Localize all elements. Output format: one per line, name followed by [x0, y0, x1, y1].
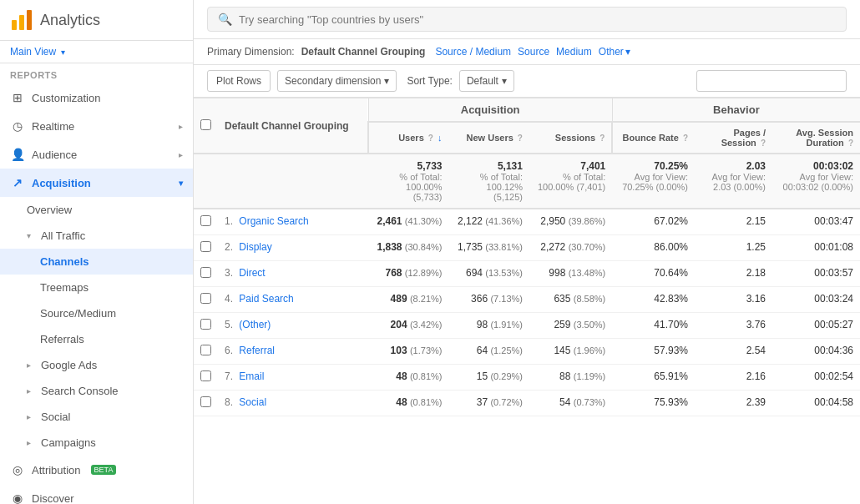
- sidebar-item-discover[interactable]: ◉ Discover: [0, 484, 193, 504]
- sidebar-item-google-ads[interactable]: ▸ Google Ads: [0, 352, 193, 378]
- avg-session-cell: 00:01:08: [772, 235, 860, 261]
- row-checkbox[interactable]: [200, 345, 211, 355]
- sidebar-item-label: Channels: [40, 255, 89, 268]
- channel-link[interactable]: (Other): [239, 319, 271, 330]
- help-icon[interactable]: ?: [599, 134, 605, 143]
- top-bar: 🔍: [194, 0, 860, 39]
- chevron-down-icon: ▾: [61, 48, 65, 57]
- totals-sessions: 7,401 % of Total: 100.00% (7,401): [529, 154, 612, 209]
- dimension-medium[interactable]: Medium: [556, 46, 592, 58]
- sidebar-item-acquisition[interactable]: ↗ Acquisition ▾: [0, 169, 193, 197]
- sidebar-item-label: Realtime: [32, 120, 74, 133]
- row-checkbox-cell[interactable]: [194, 287, 218, 313]
- sidebar-item-referrals[interactable]: Referrals: [0, 326, 193, 352]
- help-icon[interactable]: ?: [848, 139, 853, 148]
- sidebar-item-audience[interactable]: 👤 Audience ▸: [0, 140, 193, 169]
- row-checkbox[interactable]: [200, 370, 211, 381]
- totals-new-users: 5,131 % of Total: 100.12% (5,125): [448, 154, 529, 209]
- dimension-source[interactable]: Source: [518, 46, 549, 58]
- dimension-source-medium[interactable]: Source / Medium: [435, 46, 511, 58]
- sidebar-item-label: Referrals: [40, 333, 84, 345]
- sessions-cell: 635 (8.58%): [529, 287, 612, 313]
- channel-link[interactable]: Referral: [239, 345, 275, 356]
- sessions-col-header: Sessions ?: [529, 122, 612, 154]
- totals-pages-session: 2.03 Avg for View: 2.03 (0.00%): [695, 154, 772, 209]
- sidebar-item-realtime[interactable]: ◷ Realtime ▸: [0, 112, 193, 140]
- table-row: 6. Referral 103 (1.73%) 64 (1.25%) 145 (…: [194, 339, 860, 365]
- users-cell: 204 (3.42%): [368, 313, 448, 339]
- row-checkbox-cell[interactable]: [194, 209, 218, 235]
- sidebar-item-attribution[interactable]: ◎ Attribution BETA: [0, 456, 193, 484]
- users-cell: 1,838 (30.84%): [368, 235, 448, 261]
- sidebar-item-channels[interactable]: Channels: [0, 249, 193, 275]
- sidebar-header: Analytics: [0, 0, 193, 41]
- channel-link[interactable]: Display: [239, 241, 271, 253]
- row-checkbox[interactable]: [200, 241, 211, 252]
- search-input[interactable]: [239, 13, 836, 26]
- sidebar-item-campaigns[interactable]: ▸ Campaigns: [0, 430, 193, 456]
- avg-session-cell: 00:04:58: [772, 391, 860, 416]
- sidebar-item-label: Social: [41, 411, 70, 423]
- channel-link[interactable]: Social: [239, 396, 266, 408]
- secondary-dimension-select[interactable]: Secondary dimension ▾: [277, 70, 397, 92]
- row-checkbox[interactable]: [200, 267, 211, 278]
- row-checkbox[interactable]: [200, 396, 211, 407]
- sidebar-item-source-medium[interactable]: Source/Medium: [0, 300, 193, 326]
- sidebar-item-customization[interactable]: ⊞ Customization: [0, 83, 193, 112]
- row-checkbox-cell[interactable]: [194, 235, 218, 261]
- help-icon[interactable]: ?: [428, 134, 433, 143]
- sidebar-item-search-console[interactable]: ▸ Search Console: [0, 378, 193, 404]
- row-checkbox-cell[interactable]: [194, 339, 218, 365]
- sidebar-item-label: Treemaps: [40, 281, 89, 294]
- clock-icon: ◷: [10, 118, 25, 134]
- chevron-right-icon: ▸: [179, 150, 183, 159]
- help-icon[interactable]: ?: [761, 139, 766, 148]
- table-row: 2. Display 1,838 (30.84%) 1,735 (33.81%)…: [194, 235, 860, 261]
- select-all-header: [194, 98, 218, 154]
- row-checkbox-cell[interactable]: [194, 313, 218, 339]
- pages-session-cell: 3.16: [695, 287, 772, 313]
- channel-link[interactable]: Email: [239, 370, 264, 382]
- plot-rows-button[interactable]: Plot Rows: [207, 70, 271, 92]
- search-bar[interactable]: 🔍: [207, 7, 847, 32]
- filter-input[interactable]: [696, 70, 847, 92]
- grid-icon: ⊞: [10, 90, 25, 105]
- sessions-cell: 54 (0.73%): [529, 391, 612, 416]
- beta-badge: BETA: [91, 465, 117, 475]
- help-icon[interactable]: ?: [518, 134, 523, 143]
- main-view-selector[interactable]: Main View ▾: [0, 41, 193, 63]
- channel-link[interactable]: Direct: [239, 267, 265, 279]
- new-users-cell: 98 (1.91%): [448, 313, 529, 339]
- users-cell: 768 (12.89%): [368, 261, 448, 287]
- sidebar-item-all-traffic[interactable]: ▾ All Traffic: [0, 223, 193, 249]
- select-all-checkbox[interactable]: [200, 119, 211, 130]
- new-users-cell: 37 (0.72%): [448, 391, 529, 416]
- table-row: 7. Email 48 (0.81%) 15 (0.29%) 88 (1.19%…: [194, 365, 860, 391]
- chevron-right-icon: ▸: [27, 412, 31, 421]
- row-checkbox[interactable]: [200, 319, 211, 330]
- users-cell: 489 (8.21%): [368, 287, 448, 313]
- sidebar-item-social[interactable]: ▸ Social: [0, 404, 193, 430]
- row-checkbox[interactable]: [200, 215, 211, 226]
- primary-dimension-label: Primary Dimension:: [207, 46, 295, 58]
- channel-link[interactable]: Organic Search: [239, 215, 308, 227]
- dimension-other-dropdown[interactable]: Other ▾: [599, 46, 630, 58]
- help-icon[interactable]: ?: [683, 134, 688, 143]
- chevron-right-icon: ▸: [179, 122, 183, 131]
- sidebar-item-label: Source/Medium: [40, 307, 116, 320]
- row-checkbox-cell[interactable]: [194, 391, 218, 416]
- reports-section-label: REPORTS: [0, 63, 193, 83]
- sidebar-item-overview[interactable]: Overview: [0, 197, 193, 223]
- sessions-cell: 145 (1.96%): [529, 339, 612, 365]
- row-checkbox[interactable]: [200, 293, 211, 304]
- sidebar-item-label: Search Console: [41, 385, 119, 397]
- avg-session-cell: 00:04:36: [772, 339, 860, 365]
- channel-link[interactable]: Paid Search: [239, 293, 293, 305]
- pages-session-cell: 2.15: [695, 209, 772, 235]
- sidebar-item-treemaps[interactable]: Treemaps: [0, 275, 193, 300]
- row-checkbox-cell[interactable]: [194, 365, 218, 391]
- sort-type-select[interactable]: Default ▾: [459, 70, 514, 92]
- pages-session-col-header: Pages / Session ?: [695, 122, 772, 154]
- row-checkbox-cell[interactable]: [194, 261, 218, 287]
- totals-bounce-rate: 70.25% Avg for View: 70.25% (0.00%): [612, 154, 695, 209]
